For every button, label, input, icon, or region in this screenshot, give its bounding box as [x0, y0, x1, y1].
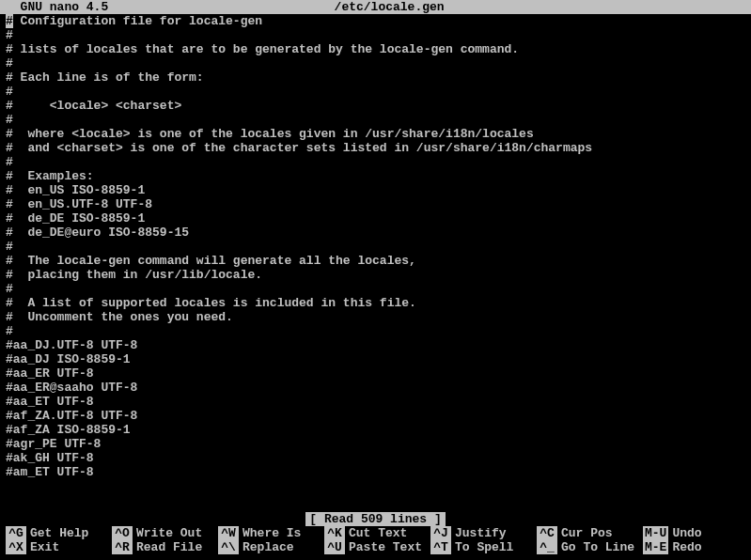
shortcut-label: Justify [455, 526, 507, 540]
editor-line: # en_US ISO-8859-1 [6, 183, 745, 197]
editor-line: #agr_PE UTF-8 [6, 437, 745, 451]
editor-line: # [6, 56, 745, 70]
editor-line: #af_ZA ISO-8859-1 [6, 423, 745, 437]
shortcut-item[interactable]: M-ERedo [643, 540, 745, 554]
shortcut-key: ^C [537, 526, 557, 540]
shortcut-key: ^W [218, 526, 239, 540]
shortcut-label: Cur Pos [561, 526, 613, 540]
shortcut-item[interactable]: ^\Replace [218, 540, 321, 554]
file-path: /etc/locale.gen [108, 0, 670, 14]
shortcut-item[interactable]: ^XExit [6, 540, 108, 554]
editor-line: # <locale> <charset> [6, 99, 745, 113]
shortcut-key: ^R [112, 540, 133, 554]
editor-line: #aa_DJ.UTF-8 UTF-8 [6, 338, 745, 352]
editor-line: # The locale-gen command will generate a… [6, 254, 745, 268]
editor-line: #aa_ER@saaho UTF-8 [6, 381, 745, 395]
shortcut-key: ^\ [218, 540, 239, 554]
editor-line: #aa_ER UTF-8 [6, 366, 745, 381]
editor-line: #ak_GH UTF-8 [6, 451, 745, 465]
shortcut-key: M-E [643, 540, 668, 554]
shortcut-key: ^T [430, 540, 451, 554]
editor-line: # A list of supported locales is include… [6, 296, 745, 310]
shortcut-label: Where Is [243, 526, 301, 540]
editor-line: #af_ZA.UTF-8 UTF-8 [6, 409, 745, 423]
shortcut-key: ^X [6, 540, 26, 554]
shortcut-label: To Spell [455, 540, 513, 554]
shortcut-item[interactable]: ^OWrite Out [112, 526, 214, 540]
shortcut-item[interactable]: ^WWhere Is [218, 526, 321, 540]
shortcut-item[interactable]: ^_Go To Line [537, 540, 639, 554]
shortcut-item[interactable]: ^TTo Spell [430, 540, 533, 554]
editor-line: # [6, 155, 745, 169]
editor-line: # [6, 85, 745, 99]
shortcut-item[interactable]: ^GGet Help [6, 526, 108, 540]
editor-line: # de_DE@euro ISO-8859-15 [6, 226, 745, 240]
editor-line: # [6, 113, 745, 127]
shortcut-label: Read File [136, 540, 202, 554]
shortcut-key: ^_ [537, 540, 557, 554]
editor-line: # [6, 28, 745, 42]
editor-line: # lists of locales that are to be genera… [6, 42, 745, 56]
editor-line: # [6, 282, 745, 296]
shortcut-label: Paste Text [349, 540, 422, 554]
shortcut-item[interactable]: ^CCur Pos [537, 526, 639, 540]
shortcut-item[interactable]: ^UPaste Text [324, 540, 427, 554]
editor-line: # [6, 324, 745, 338]
shortcut-item[interactable]: M-UUndo [643, 526, 745, 540]
shortcut-key: M-U [643, 526, 668, 540]
shortcut-item[interactable]: ^KCut Text [324, 526, 427, 540]
shortcut-item[interactable]: ^RRead File [112, 540, 214, 554]
editor-line: # [6, 240, 745, 254]
editor-line: #aa_DJ ISO-8859-1 [6, 352, 745, 366]
app-name: GNU nano 4.5 [6, 0, 108, 14]
shortcut-item[interactable]: ^JJustify [430, 526, 533, 540]
shortcut-label: Go To Line [561, 540, 634, 554]
shortcut-label: Exit [30, 540, 59, 554]
shortcut-bar: ^GGet Help^OWrite Out^WWhere Is^KCut Tex… [0, 526, 751, 554]
editor-line: #aa_ET UTF-8 [6, 395, 745, 409]
editor-line: # en_US.UTF-8 UTF-8 [6, 197, 745, 211]
shortcut-label: Redo [672, 540, 701, 554]
title-bar: GNU nano 4.5 /etc/locale.gen [0, 0, 751, 14]
shortcut-label: Undo [672, 526, 701, 540]
shortcut-key: ^J [430, 526, 451, 540]
editor-line: # Configuration file for locale-gen [6, 14, 745, 28]
status-bar: [ Read 509 lines ] [0, 512, 751, 526]
editor-line: # Uncomment the ones you need. [6, 310, 745, 324]
editor-line: # Each line is of the form: [6, 70, 745, 85]
editor-line: # where <locale> is one of the locales g… [6, 127, 745, 141]
shortcut-key: ^O [112, 526, 133, 540]
shortcut-key: ^U [324, 540, 345, 554]
shortcut-key: ^G [6, 526, 26, 540]
editor-line: # and <charset> is one of the character … [6, 141, 745, 155]
shortcut-label: Replace [243, 540, 294, 554]
shortcut-label: Cut Text [349, 526, 407, 540]
editor-area[interactable]: # Configuration file for locale-gen## li… [0, 14, 751, 512]
editor-line: # de_DE ISO-8859-1 [6, 211, 745, 226]
editor-line: # Examples: [6, 169, 745, 183]
editor-line: # placing them in /usr/lib/locale. [6, 268, 745, 282]
shortcut-label: Write Out [136, 526, 202, 540]
editor-line: #am_ET UTF-8 [6, 465, 745, 479]
shortcut-key: ^K [324, 526, 345, 540]
status-message: [ Read 509 lines ] [305, 512, 445, 526]
shortcut-label: Get Help [30, 526, 88, 540]
